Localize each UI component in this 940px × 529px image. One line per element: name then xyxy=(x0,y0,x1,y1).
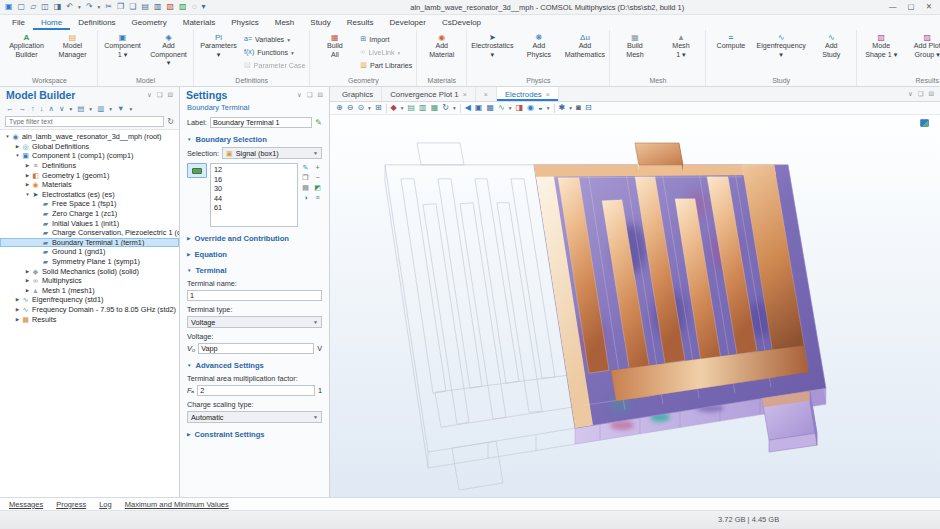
view-yz-plane-icon[interactable]: ▥ xyxy=(419,104,427,112)
undo-icon[interactable]: ↶ xyxy=(66,3,73,11)
expand-all-icon[interactable]: ∨ xyxy=(59,105,65,113)
view-xy-plane-icon[interactable]: ▤ xyxy=(408,104,416,112)
tree-item-solid-mechanics[interactable]: ▶◆Solid Mechanics (solid) (solid) xyxy=(0,266,179,276)
ribbon-button-build-all[interactable]: ▦Build All xyxy=(312,31,357,77)
selection-list[interactable]: 1216304461 xyxy=(210,163,298,227)
minimize-button[interactable]: — xyxy=(889,3,897,11)
menu-physics[interactable]: Physics xyxy=(223,15,267,30)
tree-item-aln-lamb-wave-resonator-3d-mph[interactable]: ▼◉aln_lamb_wave_resonator_3d__mph (root) xyxy=(0,132,179,142)
duplicate-icon[interactable]: ❏ xyxy=(129,3,136,11)
go-to-view-icon[interactable]: ◆ xyxy=(391,104,397,112)
collapse-arrow-icon[interactable]: ▼ xyxy=(24,192,31,197)
zoom-box-icon[interactable]: ⊙ xyxy=(357,104,364,112)
remove-selection-icon[interactable]: − xyxy=(313,174,322,181)
ribbon-button-mode-shape-1[interactable]: ▧Mode Shape 1 ▾ xyxy=(859,31,904,77)
ribbon-button-add-study[interactable]: ∿Add Study xyxy=(809,31,854,77)
tab-graphics[interactable]: Graphics xyxy=(334,87,382,101)
color-legend-icon[interactable]: ◨ xyxy=(515,104,523,112)
section-terminal[interactable]: ▼ Terminal xyxy=(180,261,329,277)
section-constraint-settings[interactable]: ▶ Constraint Settings xyxy=(180,425,329,441)
scene-rotation-icon[interactable]: ↻ xyxy=(442,104,449,112)
expand-arrow-icon[interactable]: ▶ xyxy=(24,163,31,168)
menu-developer[interactable]: Developer xyxy=(381,15,433,30)
selection-entity[interactable]: 16 xyxy=(214,175,294,185)
scene-settings-icon[interactable]: ✱ xyxy=(559,104,566,112)
panel-menu-icon[interactable]: ∨ xyxy=(147,92,152,99)
tree-item-ground-1[interactable]: ▰Ground 1 (gnd1) xyxy=(0,247,179,257)
copy-icon[interactable]: ❐ xyxy=(117,3,124,11)
tree-item-materials[interactable]: ▶◉Materials xyxy=(0,180,179,190)
forward-icon[interactable]: → xyxy=(19,105,27,113)
tree-item-multiphysics[interactable]: ▶∞Multiphysics xyxy=(0,276,179,286)
ribbon-button-add-mathematics[interactable]: ΔuAdd Mathematics xyxy=(562,31,607,77)
menu-file[interactable]: File xyxy=(4,15,33,30)
tree-item-zero-charge-1[interactable]: ▰Zero Charge 1 (zc1) xyxy=(0,209,179,219)
expand-arrow-icon[interactable]: ▶ xyxy=(14,144,21,149)
ribbon-button-import[interactable]: ⊞Import xyxy=(360,34,412,45)
selection-mode-icon[interactable]: ◒ xyxy=(538,104,543,112)
menu-home[interactable]: Home xyxy=(33,15,70,30)
redo-icon[interactable]: ↷ xyxy=(86,3,93,11)
plot-settings-icon[interactable]: ∿ xyxy=(498,104,505,112)
zoom-tool-icon[interactable]: ◌ xyxy=(192,3,197,11)
ribbon-button-parameters[interactable]: PiParameters ▾ xyxy=(196,31,241,77)
menu-materials[interactable]: Materials xyxy=(175,15,223,30)
lock-axes-icon[interactable]: ◉ xyxy=(527,104,534,112)
ribbon-button-mesh-1[interactable]: ▲Mesh 1 ▾ xyxy=(658,31,703,77)
zoom-in-icon[interactable]: ⊕ xyxy=(336,104,343,112)
menu-geometry[interactable]: Geometry xyxy=(124,15,175,30)
ribbon-button-electrostatics[interactable]: ➤Electrostatics ▾ xyxy=(469,31,515,77)
tree-item-boundary-terminal-1[interactable]: ▰Boundary Terminal 1 (term1) xyxy=(0,238,179,248)
selection-color-icon[interactable]: ◑ xyxy=(301,194,310,201)
dock-tab-log[interactable]: Log xyxy=(99,500,112,509)
label-input[interactable] xyxy=(210,117,312,128)
dock-tab-maximum-and-minimum-values[interactable]: Maximum and Minimum Values xyxy=(125,500,229,509)
refresh-icon[interactable]: ↻ xyxy=(167,118,174,126)
cut-icon[interactable]: ✂ xyxy=(105,3,112,11)
tree-item-eigenfrequency[interactable]: ▶∿Eigenfrequency (std1) xyxy=(0,295,179,305)
view-zx-plane-icon[interactable]: ▦ xyxy=(431,104,439,112)
tree-item-free-space-1[interactable]: ▰Free Space 1 (fsp1) xyxy=(0,199,179,209)
tree-item-charge-conservation-piezoelectric-1[interactable]: ▰Charge Conservation, Piezoelectric 1 (c… xyxy=(0,228,179,238)
ribbon-button-application-builder[interactable]: AApplication Builder xyxy=(4,31,49,77)
section-equation[interactable]: ▶ Equation xyxy=(180,245,329,261)
comsol-logo[interactable]: ▣ xyxy=(5,3,13,11)
selection-entity[interactable]: 30 xyxy=(214,184,294,194)
selection-entity[interactable]: 44 xyxy=(214,194,294,204)
move-down-icon[interactable]: ↓ xyxy=(40,105,44,113)
ribbon-button-add-component[interactable]: ◈Add Component ▾ xyxy=(146,31,191,77)
panel-close-icon[interactable]: ⊟ xyxy=(318,92,323,99)
3d-model-view[interactable] xyxy=(330,115,940,497)
menu-results[interactable]: Results xyxy=(339,15,382,30)
collapse-arrow-icon[interactable]: ▼ xyxy=(14,153,21,158)
clear-solution-icon[interactable]: ▨ xyxy=(179,3,187,11)
panel-float-icon[interactable]: ❏ xyxy=(307,92,313,99)
transparency-icon[interactable]: ◀ xyxy=(465,104,471,112)
tab-untitled[interactable]: × xyxy=(476,87,497,101)
close-button[interactable]: ✕ xyxy=(926,3,932,11)
ribbon-button-model-manager[interactable]: ▤Model Manager xyxy=(50,31,95,77)
dock-tab-progress[interactable]: Progress xyxy=(56,500,86,509)
tree-grouping-icon[interactable]: ▥ xyxy=(97,105,104,113)
tab-electrodes[interactable]: Electrodes× xyxy=(497,87,559,101)
tree-item-electrostatics[interactable]: ▼➤Electrostatics (es) (es) xyxy=(0,190,179,200)
zoom-extents-icon[interactable]: ⊞ xyxy=(375,104,382,112)
terminal-type-dropdown[interactable]: Voltage ▼ xyxy=(187,316,322,328)
graphics-canvas[interactable] xyxy=(330,115,940,497)
rename-icon[interactable]: ✎ xyxy=(315,119,322,127)
panel-close-icon[interactable]: ⊟ xyxy=(929,91,934,98)
zoom-to-selection-icon[interactable]: ◩ xyxy=(313,184,322,191)
edit-selection-icon[interactable]: ✎ xyxy=(301,164,310,171)
ribbon-button-part-libraries[interactable]: ▥Part Libraries xyxy=(360,60,412,71)
save-icon[interactable]: ◫ xyxy=(41,3,49,11)
ribbon-button-add-physics[interactable]: ❋Add Physics xyxy=(516,31,561,77)
tree-item-mesh-1[interactable]: ▶▲Mesh 1 (mesh1) xyxy=(0,286,179,296)
menu-csdevelop[interactable]: CsDevelop xyxy=(434,15,489,30)
ribbon-button-eigenfrequency[interactable]: ∿Eigenfrequency ▾ xyxy=(754,31,807,77)
copy-selection-icon[interactable]: ❐ xyxy=(301,174,310,181)
menu-mesh[interactable]: Mesh xyxy=(267,15,303,30)
expand-arrow-icon[interactable]: ▶ xyxy=(24,288,31,293)
section-override[interactable]: ▶ Override and Contribution xyxy=(180,229,329,245)
expand-arrow-icon[interactable]: ▶ xyxy=(24,182,31,187)
terminal-name-input[interactable] xyxy=(187,290,322,301)
